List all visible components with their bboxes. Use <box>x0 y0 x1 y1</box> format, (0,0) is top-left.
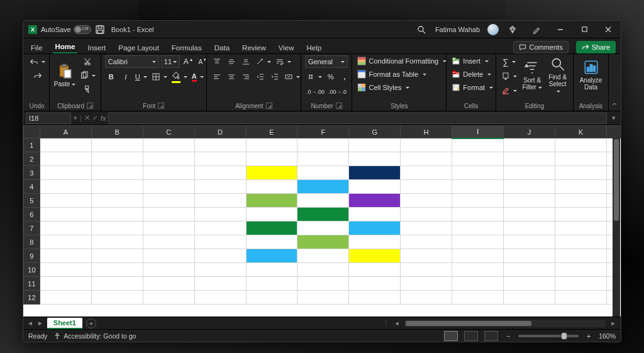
cell-C7[interactable] <box>143 221 194 235</box>
column-header-J[interactable]: J <box>504 126 555 138</box>
cell-C6[interactable] <box>143 208 194 221</box>
cell-F10[interactable] <box>297 263 349 277</box>
cell-C8[interactable] <box>143 235 194 249</box>
cell-G6[interactable] <box>349 208 401 221</box>
account-name[interactable]: Fatima Wahab <box>435 26 480 33</box>
redo-button[interactable] <box>28 69 47 82</box>
cell-E9[interactable] <box>246 249 297 263</box>
decrease-decimal-button[interactable]: .00→.0 <box>327 86 348 98</box>
cell-H11[interactable] <box>401 277 452 291</box>
cell-D6[interactable] <box>194 208 246 221</box>
conditional-formatting-button[interactable]: Conditional Formatting <box>356 55 448 67</box>
format-as-table-button[interactable]: Format as Table <box>356 69 448 80</box>
cell-I11[interactable] <box>452 277 504 291</box>
cell-F6[interactable] <box>297 208 349 221</box>
row-header-7[interactable]: 7 <box>24 221 40 235</box>
column-header-D[interactable]: D <box>194 126 246 138</box>
cell-F11[interactable] <box>297 277 349 291</box>
cell-H9[interactable] <box>401 249 452 263</box>
cell-H4[interactable] <box>401 180 452 194</box>
row-header-9[interactable]: 9 <box>24 249 40 263</box>
cell-J7[interactable] <box>504 221 555 235</box>
increase-decimal-button[interactable]: .0→.00 <box>305 86 326 98</box>
row-header-10[interactable]: 10 <box>24 263 40 277</box>
cell-J4[interactable] <box>504 180 555 194</box>
font-name-select[interactable]: Calibri <box>105 55 159 68</box>
cell-G9[interactable] <box>349 249 401 263</box>
cell-I8[interactable] <box>452 235 504 249</box>
copy-button[interactable] <box>79 69 97 82</box>
column-header-H[interactable]: H <box>401 126 452 138</box>
cell-F1[interactable] <box>297 138 349 152</box>
cell-D7[interactable] <box>194 221 246 235</box>
horizontal-scrollbar[interactable] <box>404 320 606 327</box>
expand-formula-bar-button[interactable]: ▾ <box>609 114 618 123</box>
row-header-5[interactable]: 5 <box>24 194 40 208</box>
row-header-3[interactable]: 3 <box>24 166 40 180</box>
cell-C10[interactable] <box>143 263 194 277</box>
cell-B10[interactable] <box>91 263 143 277</box>
hscroll-right[interactable]: ► <box>609 320 617 327</box>
collapse-ribbon-button[interactable] <box>609 54 619 111</box>
cell-K1[interactable] <box>555 138 607 152</box>
cell-K7[interactable] <box>555 221 607 235</box>
merge-center-button[interactable] <box>283 70 301 83</box>
cell-F7[interactable] <box>297 221 349 235</box>
cell-H10[interactable] <box>401 263 452 277</box>
cell-K12[interactable] <box>555 291 607 305</box>
fill-color-button[interactable] <box>170 70 189 83</box>
cell-C5[interactable] <box>143 194 194 208</box>
increase-font-button[interactable]: A▴ <box>182 55 194 68</box>
cell-B2[interactable] <box>91 152 143 166</box>
row-header-1[interactable]: 1 <box>24 138 40 152</box>
maximize-button[interactable] <box>574 22 594 37</box>
column-header-E[interactable]: E <box>246 126 297 138</box>
format-painter-button[interactable] <box>79 83 97 96</box>
view-normal-button[interactable] <box>444 331 458 341</box>
cell-D5[interactable] <box>194 194 246 208</box>
cell-A12[interactable] <box>40 291 91 305</box>
sheet-tab[interactable]: Sheet1 <box>47 318 82 329</box>
cell-B8[interactable] <box>91 235 143 249</box>
cell-E4[interactable] <box>246 180 297 194</box>
insert-cells-button[interactable]: Insert <box>450 55 494 67</box>
cell-I7[interactable] <box>452 221 504 235</box>
percent-button[interactable]: % <box>325 70 337 83</box>
cell-C2[interactable] <box>143 152 194 166</box>
cell-B7[interactable] <box>91 221 143 235</box>
align-center-button[interactable] <box>225 70 238 83</box>
column-header-L[interactable]: L <box>607 126 621 138</box>
number-dialog-launcher[interactable] <box>336 103 342 109</box>
cell-D2[interactable] <box>194 152 246 166</box>
tab-formulas[interactable]: Formulas <box>169 42 204 53</box>
align-top-button[interactable] <box>211 55 223 68</box>
cell-B3[interactable] <box>91 166 143 180</box>
cell-K6[interactable] <box>555 208 607 221</box>
clear-button[interactable] <box>500 84 518 97</box>
new-sheet-button[interactable]: + <box>86 318 96 328</box>
cell-E5[interactable] <box>246 194 297 208</box>
hscroll-left[interactable]: ◄ <box>393 320 401 327</box>
format-cells-button[interactable]: Format <box>450 82 494 93</box>
cell-G3[interactable] <box>349 166 401 180</box>
cell-A1[interactable] <box>40 138 91 152</box>
tab-insert[interactable]: Insert <box>85 42 108 53</box>
cell-I6[interactable] <box>452 208 504 221</box>
tab-home[interactable]: Home <box>53 41 78 53</box>
cell-A7[interactable] <box>40 221 91 235</box>
cell-G7[interactable] <box>349 221 401 235</box>
select-all-corner[interactable] <box>24 126 40 138</box>
cell-J10[interactable] <box>504 263 555 277</box>
cell-J6[interactable] <box>504 208 555 221</box>
enter-formula-icon[interactable]: ✓ <box>92 114 98 122</box>
cell-J9[interactable] <box>504 249 555 263</box>
cell-D4[interactable] <box>194 180 246 194</box>
cell-C3[interactable] <box>143 166 194 180</box>
cell-A6[interactable] <box>40 208 91 221</box>
cell-H8[interactable] <box>401 235 452 249</box>
bold-button[interactable]: B <box>105 70 118 83</box>
cell-F5[interactable] <box>297 194 349 208</box>
cell-K8[interactable] <box>555 235 607 249</box>
column-header-A[interactable]: A <box>40 126 91 138</box>
font-color-button[interactable]: A <box>191 70 205 83</box>
